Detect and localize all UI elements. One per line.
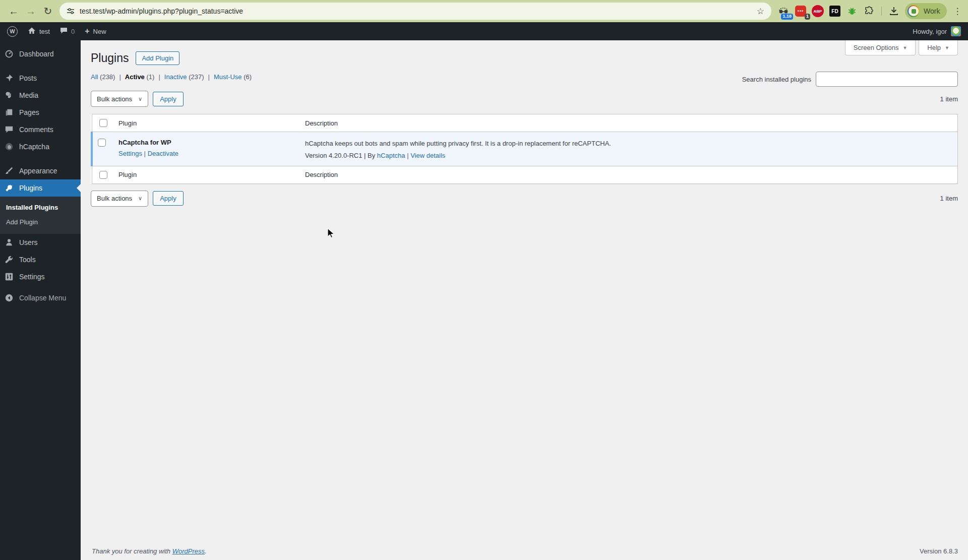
browser-menu-icon[interactable]: ⋮ bbox=[953, 6, 961, 17]
browser-forward-button[interactable]: → bbox=[22, 3, 39, 20]
sidebar-label: Pages bbox=[19, 108, 39, 116]
sidebar-item-settings[interactable]: Settings bbox=[0, 268, 81, 285]
filter-count: (6) bbox=[244, 73, 252, 81]
sidebar-item-comments[interactable]: Comments bbox=[0, 121, 81, 138]
pushpin-icon bbox=[4, 73, 14, 83]
column-header-plugin[interactable]: Plugin bbox=[113, 114, 300, 132]
apply-button[interactable]: Apply bbox=[153, 191, 184, 206]
browser-reload-button[interactable]: ↻ bbox=[39, 3, 56, 20]
bookmark-star-icon[interactable]: ☆ bbox=[757, 6, 764, 17]
sidebar-label: Appearance bbox=[19, 167, 57, 175]
sidebar-item-tools[interactable]: Tools bbox=[0, 251, 81, 268]
collapse-menu-button[interactable]: Collapse Menu bbox=[0, 289, 81, 306]
comments-icon bbox=[4, 125, 14, 135]
bulk-actions-select[interactable]: Bulk actions ∨ bbox=[91, 191, 148, 207]
bug-extension-icon[interactable] bbox=[846, 5, 858, 17]
wp-logo-menu[interactable]: W bbox=[7, 26, 18, 37]
new-label: New bbox=[93, 28, 106, 35]
filter-inactive[interactable]: Inactive bbox=[164, 73, 187, 81]
footer-version: Version 6.8.3 bbox=[920, 547, 958, 555]
author-link[interactable]: hCaptcha bbox=[377, 152, 405, 159]
apply-button[interactable]: Apply bbox=[153, 92, 184, 106]
select-all-checkbox[interactable] bbox=[99, 171, 107, 179]
user-icon bbox=[4, 237, 14, 247]
sidebar-item-hcaptcha[interactable]: hCaptcha bbox=[0, 138, 81, 155]
filter-count: (1) bbox=[146, 73, 154, 81]
row-checkbox[interactable] bbox=[98, 139, 106, 147]
adblock-plus-icon[interactable]: ABP bbox=[812, 5, 824, 17]
filter-count: (237) bbox=[189, 73, 204, 81]
url-text[interactable]: test.test/wp-admin/plugins.php?plugin_st… bbox=[80, 7, 752, 15]
bulk-actions-label: Bulk actions bbox=[97, 195, 132, 202]
wordpress-link[interactable]: WordPress bbox=[172, 547, 205, 555]
sidebar-item-media[interactable]: Media bbox=[0, 87, 81, 104]
plug-icon bbox=[4, 183, 14, 193]
site-settings-icon[interactable] bbox=[67, 7, 75, 15]
search-input[interactable] bbox=[816, 72, 958, 87]
downloads-icon[interactable] bbox=[888, 5, 900, 17]
thanks-text: Thank you for creating with bbox=[92, 547, 170, 555]
help-button[interactable]: Help ▼ bbox=[919, 40, 958, 55]
extension-badge: 1.18 bbox=[781, 14, 793, 20]
sidebar-item-plugins[interactable]: Plugins bbox=[0, 179, 81, 197]
reader-extension-icon[interactable]: 1.18 bbox=[777, 5, 790, 17]
tablenav-top: Bulk actions ∨ Apply 1 item bbox=[91, 91, 958, 107]
view-details-link[interactable]: View details bbox=[410, 152, 445, 159]
bulk-actions-label: Bulk actions bbox=[97, 95, 132, 103]
sidebar-label: Users bbox=[19, 238, 38, 246]
hcaptcha-icon bbox=[4, 142, 14, 152]
extensions-puzzle-icon[interactable] bbox=[863, 5, 875, 17]
sidebar-item-dashboard[interactable]: Dashboard bbox=[0, 45, 81, 63]
sidebar-label: hCaptcha bbox=[19, 143, 49, 151]
select-all-checkbox[interactable] bbox=[99, 119, 107, 127]
admin-menu: Dashboard Posts Media Pages Comments hCa… bbox=[0, 40, 81, 560]
wrench-icon bbox=[4, 255, 14, 265]
sidebar-item-appearance[interactable]: Appearance bbox=[0, 162, 81, 179]
row-actions: Settings | Deactivate bbox=[118, 150, 295, 157]
plugin-description: hCaptcha keeps out bots and spam while p… bbox=[305, 139, 952, 149]
separator: | bbox=[144, 150, 146, 157]
footer-thanks: Thank you for creating with WordPress. bbox=[92, 547, 207, 555]
sidebar-item-users[interactable]: Users bbox=[0, 234, 81, 251]
screen-options-button[interactable]: Screen Options ▼ bbox=[845, 40, 916, 55]
plugin-meta: Version 4.20.0-RC1 | By hCaptcha | View … bbox=[305, 152, 952, 159]
column-footer-plugin[interactable]: Plugin bbox=[113, 166, 300, 183]
deactivate-link[interactable]: Deactivate bbox=[148, 150, 178, 157]
sidebar-label: Plugins bbox=[19, 184, 42, 192]
add-plugin-button[interactable]: Add Plugin bbox=[136, 51, 179, 65]
account-menu[interactable]: Howdy, igor bbox=[913, 26, 961, 36]
filter-active[interactable]: Active bbox=[125, 73, 145, 81]
address-bar[interactable]: test.test/wp-admin/plugins.php?plugin_st… bbox=[59, 3, 771, 20]
password-extension-icon[interactable]: ••• 1 bbox=[795, 5, 807, 17]
comments-indicator[interactable]: 0 bbox=[60, 27, 75, 36]
submenu-add-plugin[interactable]: Add Plugin bbox=[0, 215, 81, 229]
dashboard-icon bbox=[4, 49, 14, 59]
browser-profile-chip[interactable]: Work bbox=[905, 3, 947, 19]
site-name-link[interactable]: test bbox=[28, 27, 50, 36]
toolbar-divider bbox=[881, 7, 882, 16]
bulk-actions-select[interactable]: Bulk actions ∨ bbox=[91, 91, 148, 107]
plugin-name: hCaptcha for WP bbox=[118, 139, 295, 146]
settings-sliders-icon bbox=[4, 272, 14, 282]
sidebar-item-posts[interactable]: Posts bbox=[0, 70, 81, 87]
profile-name: Work bbox=[924, 7, 940, 15]
new-content-menu[interactable]: + New bbox=[85, 27, 106, 36]
plus-icon: + bbox=[85, 27, 89, 36]
search-label: Search installed plugins bbox=[742, 76, 811, 83]
home-icon bbox=[28, 27, 36, 36]
filter-must-use[interactable]: Must-Use bbox=[214, 73, 242, 81]
fake-data-extension-icon[interactable]: FD bbox=[829, 5, 841, 17]
submenu-installed-plugins[interactable]: Installed Plugins bbox=[0, 200, 81, 215]
pages-icon bbox=[4, 107, 14, 117]
settings-link[interactable]: Settings bbox=[118, 150, 142, 157]
plugins-submenu: Installed Plugins Add Plugin bbox=[0, 197, 81, 234]
browser-back-button[interactable]: ← bbox=[5, 3, 22, 20]
filter-all[interactable]: All bbox=[91, 73, 98, 81]
comment-bubble-icon bbox=[60, 27, 68, 36]
column-header-description: Description bbox=[300, 114, 958, 132]
site-name-label: test bbox=[39, 28, 50, 35]
separator: | bbox=[119, 73, 120, 81]
separator: | bbox=[158, 73, 160, 81]
sidebar-item-pages[interactable]: Pages bbox=[0, 104, 81, 121]
plugin-search: Search installed plugins bbox=[742, 72, 958, 87]
